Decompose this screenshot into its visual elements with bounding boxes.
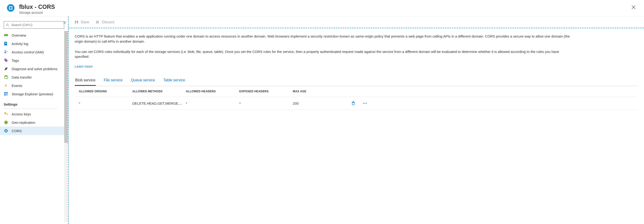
more-horizontal-icon xyxy=(362,101,368,106)
svg-rect-19 xyxy=(6,94,8,95)
sidebar-item-label: Data transfer xyxy=(12,75,32,79)
svg-point-5 xyxy=(6,24,8,26)
page-header: fblux - CORS Storage account xyxy=(0,0,644,17)
col-allowed-origins: ALLOWED ORIGINS xyxy=(79,90,132,93)
svg-rect-7 xyxy=(4,34,8,35)
sidebar-item-label: Storage Explorer (preview) xyxy=(12,92,53,96)
svg-rect-30 xyxy=(353,102,354,102)
description-paragraph-1: CORS is an HTTP feature that enables a w… xyxy=(75,34,572,44)
collapse-sidebar-button[interactable] xyxy=(63,21,66,25)
chevrons-left-icon xyxy=(63,21,66,25)
sidebar-item-data-transfer[interactable]: Data transfer xyxy=(0,73,64,81)
activity-log-icon xyxy=(4,41,8,46)
sidebar-item-label: Access control (IAM) xyxy=(12,50,44,54)
cell-max-age: 200 xyxy=(293,101,346,105)
sidebar-item-label: Access keys xyxy=(12,112,31,116)
diagnose-icon xyxy=(4,66,8,71)
discard-icon xyxy=(95,20,100,25)
cell-allowed-headers: * xyxy=(186,101,239,105)
discard-button-label: Discard xyxy=(102,20,114,24)
svg-point-12 xyxy=(5,50,6,52)
storage-account-icon xyxy=(6,4,15,12)
service-tabs: Blob service File service Queue service … xyxy=(75,76,638,86)
col-allowed-headers: ALLOWED HEADERS xyxy=(186,90,239,93)
tab-table-service[interactable]: Table service xyxy=(163,76,185,86)
sidebar-item-diagnose[interactable]: Diagnose and solve problems xyxy=(0,65,64,73)
sidebar-item-label: Activity log xyxy=(12,42,28,46)
sidebar-item-label: Tags xyxy=(12,59,19,62)
sidebar-item-overview[interactable]: Overview xyxy=(0,31,64,39)
svg-rect-18 xyxy=(4,94,6,95)
col-allowed-methods: ALLOWED METHODS xyxy=(132,90,186,93)
access-keys-icon xyxy=(4,112,8,116)
sidebar-item-label: Geo-replication xyxy=(12,121,35,125)
discard-button[interactable]: Discard xyxy=(95,20,114,25)
sidebar-item-iam[interactable]: Access control (IAM) xyxy=(0,48,64,56)
svg-rect-29 xyxy=(352,102,355,102)
sidebar-section-settings: Settings xyxy=(0,98,68,108)
sidebar-item-tags[interactable]: Tags xyxy=(0,56,64,65)
iam-icon xyxy=(4,50,8,54)
delete-row-button[interactable] xyxy=(346,101,360,105)
learn-more-link[interactable]: Learn more xyxy=(75,64,92,68)
sidebar: Overview Activity log Access control (IA… xyxy=(0,17,68,224)
data-transfer-icon xyxy=(4,75,8,79)
sidebar-settings-nav: Access keys Geo-replication CORS xyxy=(0,110,68,135)
cell-allowed-methods: DELETE,HEAD,GET,MERGE,PO… xyxy=(132,101,186,105)
svg-rect-26 xyxy=(76,21,77,22)
toolbar: Save Discard xyxy=(68,17,644,28)
svg-point-14 xyxy=(5,59,6,60)
col-exposed-headers: EXPOSED HEADERS xyxy=(239,90,293,93)
cors-table: ALLOWED ORIGINS ALLOWED METHODS ALLOWED … xyxy=(75,86,638,110)
search-input-wrapper[interactable] xyxy=(4,21,64,29)
svg-point-31 xyxy=(363,103,364,104)
sidebar-item-geo-replication[interactable]: Geo-replication xyxy=(0,118,64,127)
svg-point-33 xyxy=(366,103,367,104)
tab-blob-service[interactable]: Blob service xyxy=(75,76,96,86)
sidebar-item-label: Events xyxy=(12,84,22,88)
search-input[interactable] xyxy=(11,23,62,27)
save-button-label: Save xyxy=(81,20,89,24)
sidebar-item-events[interactable]: Events xyxy=(0,81,64,90)
sidebar-item-cors[interactable]: CORS xyxy=(0,127,64,135)
sidebar-nav: Overview Activity log Access control (IA… xyxy=(0,31,68,98)
svg-point-13 xyxy=(6,51,8,52)
page-title: fblux - CORS xyxy=(19,3,55,10)
svg-rect-8 xyxy=(4,35,8,36)
page-subtitle: Storage account xyxy=(19,11,55,15)
cell-exposed-headers: * xyxy=(239,101,293,105)
sidebar-item-label: Overview xyxy=(12,33,26,37)
svg-rect-22 xyxy=(7,114,8,115)
storage-explorer-icon xyxy=(4,92,8,96)
svg-rect-17 xyxy=(6,92,8,94)
tab-file-service[interactable]: File service xyxy=(103,76,123,86)
svg-line-6 xyxy=(8,25,9,26)
main-content: Save Discard CORS is an HTTP feature tha… xyxy=(68,17,644,224)
col-max-age: MAX AGE xyxy=(293,90,346,93)
svg-point-15 xyxy=(4,75,8,77)
tags-icon xyxy=(4,58,8,63)
svg-rect-11 xyxy=(5,43,6,44)
events-icon xyxy=(4,83,8,88)
sidebar-item-storage-explorer[interactable]: Storage Explorer (preview) xyxy=(0,90,64,98)
close-icon xyxy=(631,5,636,10)
svg-rect-28 xyxy=(352,102,354,105)
table-row[interactable]: * DELETE,HEAD,GET,MERGE,PO… * * 200 xyxy=(75,97,638,110)
table-header-row: ALLOWED ORIGINS ALLOWED METHODS ALLOWED … xyxy=(75,86,638,97)
row-more-button[interactable] xyxy=(360,101,370,106)
sidebar-scrollbar-thumb[interactable] xyxy=(64,31,68,143)
save-button[interactable]: Save xyxy=(74,20,89,25)
sidebar-item-label: CORS xyxy=(12,129,22,133)
svg-rect-10 xyxy=(5,43,6,43)
sidebar-item-access-keys[interactable]: Access keys xyxy=(0,110,64,118)
search-icon xyxy=(6,23,9,27)
svg-point-2 xyxy=(10,7,12,9)
save-icon xyxy=(74,20,79,25)
sidebar-item-label: Diagnose and solve problems xyxy=(12,67,58,71)
tab-queue-service[interactable]: Queue service xyxy=(130,76,155,86)
close-button[interactable] xyxy=(631,5,636,11)
svg-point-32 xyxy=(364,103,366,104)
sidebar-item-activity-log[interactable]: Activity log xyxy=(0,39,64,48)
svg-rect-27 xyxy=(76,22,78,24)
trash-icon xyxy=(351,101,355,105)
